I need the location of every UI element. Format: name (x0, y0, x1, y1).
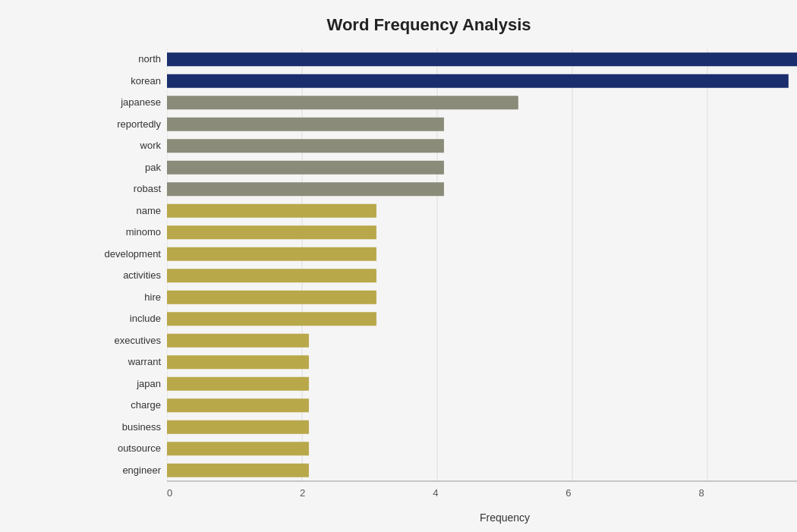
y-label-north: north (138, 53, 161, 65)
y-label-development: development (105, 248, 161, 260)
bar-north (167, 52, 797, 66)
y-label-korean: korean (131, 75, 161, 87)
bar-outsource (167, 442, 309, 455)
bar-business (167, 420, 309, 434)
y-label-outsource: outsource (118, 442, 161, 454)
chart-title: Word Frequency Analysis (91, 15, 767, 35)
y-label-include: include (130, 313, 161, 324)
x-tick-8: 8 (698, 487, 704, 499)
y-label-activities: activities (123, 269, 161, 281)
y-label-executives: executives (115, 335, 161, 346)
x-tick-2: 2 (300, 487, 305, 499)
y-label-pak: pak (145, 162, 161, 173)
bar-charge (167, 398, 309, 412)
y-label-hire: hire (144, 291, 161, 303)
bar-pak (167, 161, 444, 175)
y-label-business: business (122, 421, 161, 433)
bar-hire (167, 291, 376, 304)
bar-work (167, 139, 444, 153)
y-label-warrant: warrant (128, 356, 161, 367)
bar-development (167, 247, 376, 261)
bar-include (167, 312, 376, 326)
y-label-name: name (136, 205, 161, 216)
x-axis-ticks: 0 2 4 6 8 10 (167, 487, 797, 499)
bar-warrant (167, 355, 309, 369)
bar-korean (167, 74, 789, 88)
y-label-minomo: minomo (126, 226, 161, 238)
bar-activities (167, 269, 376, 282)
y-label-charge: charge (131, 399, 161, 411)
bar-engineer (167, 464, 309, 477)
y-label-work: work (140, 140, 161, 151)
x-tick-0: 0 (167, 487, 172, 499)
bar-reportedly (167, 118, 444, 131)
x-axis-label: Frequency (167, 512, 797, 524)
y-label-engineer: engineer (122, 464, 161, 476)
bar-executives (167, 334, 309, 348)
chart-svg (167, 49, 797, 512)
x-tick-4: 4 (433, 487, 438, 499)
y-label-japanese: japanese (121, 96, 161, 108)
x-tick-6: 6 (565, 487, 571, 499)
bar-japanese (167, 96, 518, 109)
bar-minomo (167, 225, 376, 239)
y-label-japan: japan (137, 378, 161, 389)
bar-japan (167, 377, 309, 391)
bar-robast (167, 182, 444, 196)
y-label-reportedly: reportedly (117, 118, 161, 130)
bar-name (167, 204, 376, 218)
chart-container: Word Frequency Analysis northkoreanjapan… (0, 0, 797, 532)
y-label-robast: robast (134, 183, 161, 194)
